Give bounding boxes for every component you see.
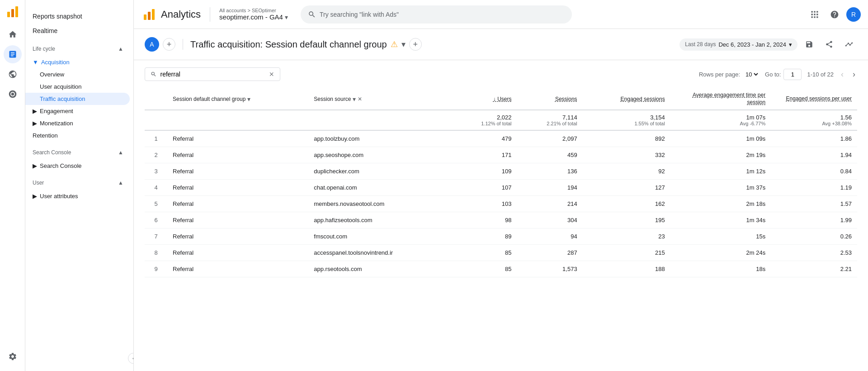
sidebar-item-engagement[interactable]: ▶ Engagement bbox=[25, 105, 130, 117]
prev-page-button[interactable]: ‹ bbox=[839, 68, 845, 81]
row-engaged: 188 bbox=[583, 261, 670, 277]
expand-icon-acquisition: ▼ bbox=[33, 59, 38, 66]
search-bar[interactable]: Try searching "link with Ads" bbox=[301, 5, 572, 24]
main-sidebar: Reports snapshot Realtime Life cycle ▲ ▼… bbox=[25, 0, 134, 371]
row-source: app.toolzbuy.com bbox=[308, 130, 451, 147]
row-num: 5 bbox=[145, 196, 167, 212]
row-avg-time: 1m 09s bbox=[670, 130, 771, 147]
report-title-dropdown[interactable]: ▾ bbox=[401, 39, 406, 49]
row-sessions: 194 bbox=[517, 180, 583, 196]
totals-row: 2,022 1.12% of total 7,114 2.21% of tota… bbox=[145, 110, 857, 130]
sidebar-item-user-acquisition[interactable]: User acquisition bbox=[25, 81, 130, 93]
property-selector[interactable]: seoptimer.com - GA4 ▾ bbox=[219, 13, 288, 21]
sidebar-item-retention[interactable]: Retention bbox=[25, 129, 130, 142]
insights-button[interactable] bbox=[841, 36, 857, 52]
user-collapse-icon[interactable]: ▲ bbox=[115, 177, 126, 188]
share-button[interactable] bbox=[821, 36, 837, 52]
page-number-input[interactable] bbox=[783, 69, 802, 80]
col-header-session-source[interactable]: Session source ▾ ✕ bbox=[308, 88, 451, 110]
row-num: 7 bbox=[145, 228, 167, 245]
row-users: 89 bbox=[451, 228, 517, 245]
lifecycle-collapse-icon[interactable]: ▲ bbox=[115, 43, 126, 54]
sidebar-section-user[interactable]: User ▲ bbox=[25, 172, 133, 190]
col-header-sessions[interactable]: Sessions bbox=[517, 88, 583, 110]
row-engaged: 127 bbox=[583, 180, 670, 196]
add-metric-button[interactable]: + bbox=[409, 38, 422, 51]
session-channel-menu-icon[interactable]: ▾ bbox=[247, 95, 250, 103]
row-per-user: 1.19 bbox=[771, 180, 857, 196]
row-per-user: 1.86 bbox=[771, 130, 857, 147]
account-info: All accounts > SEOptimer seoptimer.com -… bbox=[219, 8, 288, 21]
sidebar-section-search-console[interactable]: Search Console ▲ bbox=[25, 142, 133, 160]
col-header-users[interactable]: ↓ Users bbox=[451, 88, 517, 110]
sidebar-item-monetization[interactable]: ▶ Monetization bbox=[25, 117, 130, 129]
search-console-collapse-icon[interactable]: ▲ bbox=[115, 147, 126, 158]
row-users: 85 bbox=[451, 245, 517, 261]
next-page-button[interactable]: › bbox=[851, 68, 857, 81]
sidebar-item-overview[interactable]: Overview bbox=[25, 68, 130, 81]
row-num: 2 bbox=[145, 147, 167, 163]
nav-icon-settings[interactable] bbox=[4, 347, 22, 366]
nav-icon-explore[interactable] bbox=[4, 65, 22, 83]
add-comparison-button[interactable]: + bbox=[163, 38, 175, 51]
report-compare-icon[interactable]: A bbox=[145, 37, 159, 52]
rows-per-page-select[interactable]: 10 25 50 bbox=[744, 71, 760, 78]
row-users: 479 bbox=[451, 130, 517, 147]
row-per-user: 1.94 bbox=[771, 147, 857, 163]
table-header-row: Session default channel group ▾ Session … bbox=[145, 88, 857, 110]
row-avg-time: 2m 24s bbox=[670, 245, 771, 261]
row-num: 6 bbox=[145, 212, 167, 228]
nav-icon-home[interactable] bbox=[4, 25, 22, 43]
totals-sessions: 7,114 2.21% of total bbox=[517, 110, 583, 130]
sidebar-item-traffic-acquisition[interactable]: Traffic acquisition bbox=[25, 93, 130, 105]
filter-input[interactable] bbox=[160, 71, 264, 78]
report-actions: Last 28 days Dec 6, 2023 - Jan 2, 2024 ▾ bbox=[679, 36, 857, 52]
sidebar-item-acquisition[interactable]: ▼ Acquisition bbox=[25, 56, 130, 68]
table-row: 4 Referral chat.openai.com 107 194 127 1… bbox=[145, 180, 857, 196]
sidebar-item-reports-snapshot[interactable]: Reports snapshot bbox=[25, 9, 130, 24]
row-num: 3 bbox=[145, 163, 167, 180]
row-engaged: 215 bbox=[583, 245, 670, 261]
row-sessions: 94 bbox=[517, 228, 583, 245]
row-engaged: 23 bbox=[583, 228, 670, 245]
analytics-logo[interactable] bbox=[5, 4, 21, 20]
row-source: app.hafizseotools.com bbox=[308, 212, 451, 228]
sidebar-collapse-button[interactable]: ‹ bbox=[128, 353, 134, 364]
clear-filter-icon[interactable] bbox=[269, 71, 274, 78]
reports-snapshot-label: Reports snapshot bbox=[33, 13, 82, 20]
row-channel: Referral bbox=[167, 228, 308, 245]
date-range-selector[interactable]: Last 28 days Dec 6, 2023 - Jan 2, 2024 ▾ bbox=[679, 38, 797, 51]
property-name: seoptimer.com - GA4 bbox=[219, 13, 283, 21]
table-row: 8 Referral accesspanel.toolsnovintrend.i… bbox=[145, 245, 857, 261]
col-header-engaged-sessions[interactable]: Engaged sessions bbox=[583, 88, 670, 110]
row-avg-time: 15s bbox=[670, 228, 771, 245]
session-source-menu-icon[interactable]: ▾ bbox=[353, 95, 356, 103]
col-header-avg-engagement[interactable]: Average engagement time per session bbox=[670, 88, 771, 110]
row-per-user: 0.84 bbox=[771, 163, 857, 180]
avatar[interactable]: R bbox=[846, 7, 861, 22]
row-source: app.rseotools.com bbox=[308, 261, 451, 277]
sidebar-section-lifecycle[interactable]: Life cycle ▲ bbox=[25, 38, 133, 56]
save-report-button[interactable] bbox=[801, 36, 817, 52]
expand-icon-search-console: ▶ bbox=[33, 162, 37, 169]
help-icon-button[interactable] bbox=[826, 6, 843, 23]
row-per-user: 1.57 bbox=[771, 196, 857, 212]
row-source: members.novaseotool.com bbox=[308, 196, 451, 212]
sidebar-header bbox=[25, 4, 133, 9]
remove-col-icon[interactable]: ✕ bbox=[358, 96, 362, 102]
date-range-value: Dec 6, 2023 - Jan 2, 2024 bbox=[718, 41, 786, 48]
col-header-session-channel[interactable]: Session default channel group ▾ bbox=[167, 88, 308, 110]
row-sessions: 1,573 bbox=[517, 261, 583, 277]
svg-rect-0 bbox=[7, 12, 10, 17]
col-header-engaged-per-user[interactable]: Engaged sessions per user bbox=[771, 88, 857, 110]
row-sessions: 287 bbox=[517, 245, 583, 261]
search-filter[interactable] bbox=[145, 67, 280, 81]
date-label: Last 28 days bbox=[685, 41, 716, 48]
grid-icon-button[interactable] bbox=[807, 6, 823, 23]
row-engaged: 92 bbox=[583, 163, 670, 180]
sidebar-item-user-attributes[interactable]: ▶ User attributes bbox=[25, 190, 130, 202]
sidebar-item-search-console[interactable]: ▶ Search Console bbox=[25, 160, 130, 172]
sidebar-item-realtime[interactable]: Realtime bbox=[25, 24, 130, 38]
nav-icon-advertising[interactable] bbox=[4, 85, 22, 103]
nav-icon-reports[interactable] bbox=[4, 45, 22, 63]
